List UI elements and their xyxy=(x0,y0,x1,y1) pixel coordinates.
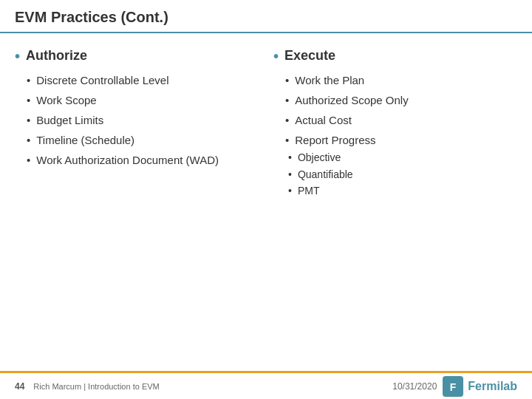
list-item: Discrete Controllable Level xyxy=(27,72,259,88)
footer-left: 44 Rich Marcum | Introduction to EVM xyxy=(15,381,160,392)
sub-list-item-text: PMT xyxy=(298,184,320,199)
content-area: • Authorize Discrete Controllable Level … xyxy=(0,33,532,371)
fermilab-icon: F xyxy=(443,376,463,397)
list-item-text: Report Progress xyxy=(295,132,375,148)
list-item-text: Work Authorization Document (WAD) xyxy=(36,152,219,168)
fermilab-logo: F Fermilab xyxy=(443,376,517,397)
footer-citation: Rich Marcum | Introduction to EVM xyxy=(33,382,159,391)
list-item: Actual Cost xyxy=(285,112,517,128)
list-item-text: Budget Limits xyxy=(36,112,103,128)
list-item: Work Authorization Document (WAD) xyxy=(27,152,259,168)
right-column-title: Execute xyxy=(284,48,335,64)
list-item-text: Timeline (Schedule) xyxy=(36,132,134,148)
left-column-title: Authorize xyxy=(26,48,87,64)
list-item-text: Work Scope xyxy=(36,92,96,108)
list-item: Authorized Scope Only xyxy=(285,92,517,108)
left-column-list: Discrete Controllable Level Work Scope B… xyxy=(15,72,259,168)
sub-list-item: PMT xyxy=(288,184,517,199)
sub-list-item: Quantifiable xyxy=(288,168,517,183)
right-column-header: • Execute xyxy=(273,48,517,64)
list-item: Work the Plan xyxy=(285,72,517,88)
list-item: Timeline (Schedule) xyxy=(27,132,259,148)
list-item-text: Authorized Scope Only xyxy=(295,92,408,108)
svg-text:F: F xyxy=(450,381,457,393)
right-column-sub-list: Objective Quantifiable PMT xyxy=(273,151,517,199)
list-item: Budget Limits xyxy=(27,112,259,128)
footer-right: 10/31/2020 F Fermilab xyxy=(392,376,517,397)
footer-date: 10/31/2020 xyxy=(392,381,437,392)
header: EVM Practices (Cont.) xyxy=(0,0,532,33)
right-column: • Execute Work the Plan Authorized Scope… xyxy=(273,48,517,364)
sub-list-item-text: Objective xyxy=(298,151,341,166)
list-item-text: Discrete Controllable Level xyxy=(36,72,168,88)
page-title: EVM Practices (Cont.) xyxy=(15,9,517,26)
sub-list-item-text: Quantifiable xyxy=(298,168,353,183)
list-item: Report Progress xyxy=(285,132,517,148)
list-item-text: Work the Plan xyxy=(295,72,364,88)
left-column: • Authorize Discrete Controllable Level … xyxy=(15,48,259,364)
list-item: Work Scope xyxy=(27,92,259,108)
left-bullet-icon: • xyxy=(15,49,20,64)
page-number: 44 xyxy=(15,381,24,392)
list-item-text: Actual Cost xyxy=(295,112,352,128)
fermilab-text: Fermilab xyxy=(468,380,517,393)
sub-list-item: Objective xyxy=(288,151,517,166)
footer: 44 Rich Marcum | Introduction to EVM 10/… xyxy=(0,371,532,399)
page: EVM Practices (Cont.) • Authorize Discre… xyxy=(0,0,532,399)
left-column-header: • Authorize xyxy=(15,48,259,64)
right-bullet-icon: • xyxy=(273,49,279,64)
right-column-list: Work the Plan Authorized Scope Only Actu… xyxy=(273,72,517,148)
